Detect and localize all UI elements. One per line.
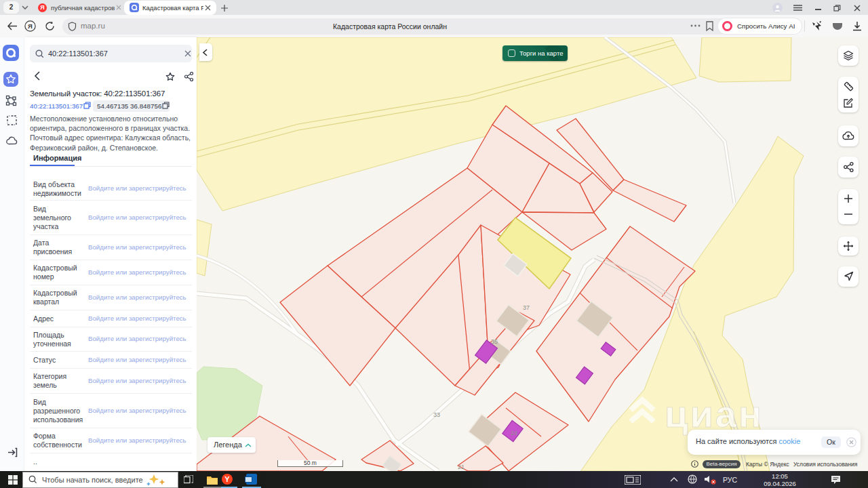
svg-text:циан: циан <box>665 392 764 435</box>
svg-text:Я: Я <box>28 22 33 30</box>
svg-text:35: 35 <box>491 338 498 345</box>
svg-text:33: 33 <box>433 411 440 418</box>
svg-text:21: 21 <box>458 464 465 470</box>
svg-text:37: 37 <box>523 304 530 311</box>
svg-text:24: 24 <box>511 430 517 436</box>
